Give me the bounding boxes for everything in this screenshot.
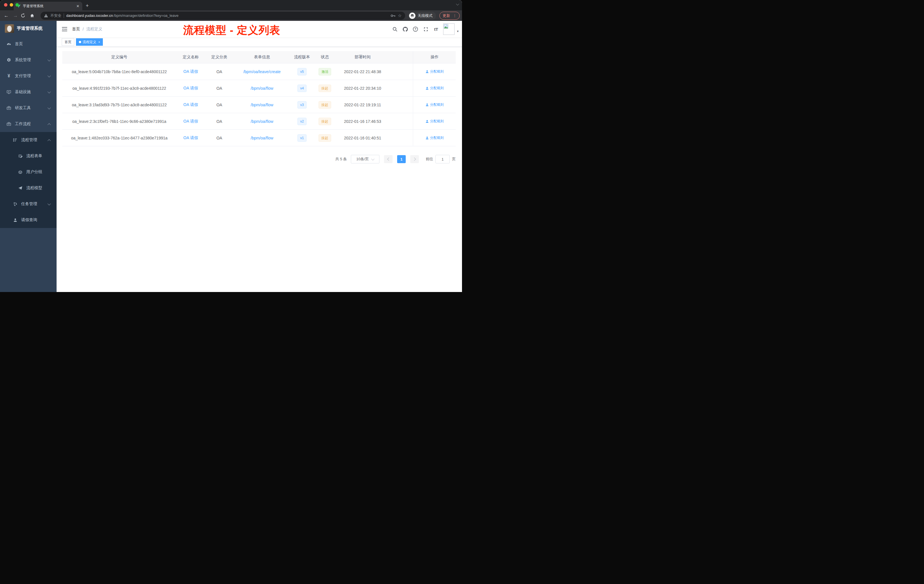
definition-name-link[interactable]: OA 请假: [183, 102, 198, 107]
window-controls[interactable]: [4, 3, 19, 7]
yen-icon: ¥: [6, 73, 12, 79]
chevron-down-icon: [48, 58, 51, 61]
chevron-up-icon: [48, 123, 51, 126]
sidebar-item-system[interactable]: 系统管理: [0, 52, 56, 68]
tab-search-chevron-icon[interactable]: [456, 2, 459, 5]
chevron-down-icon: [48, 74, 51, 77]
search-icon[interactable]: [392, 26, 398, 32]
minimize-window-button[interactable]: [10, 3, 13, 7]
definition-category: OA: [205, 119, 233, 124]
assign-rule-button[interactable]: 分配规则: [426, 135, 444, 140]
avatar-broken-image[interactable]: [443, 23, 455, 35]
prev-page-button[interactable]: [384, 155, 393, 163]
definition-name-link[interactable]: OA 请假: [183, 69, 198, 74]
sidebar-item-payment[interactable]: ¥ 支付管理: [0, 68, 56, 84]
chrome-update-menu[interactable]: 更新 ⋮: [439, 12, 460, 20]
assign-rule-button[interactable]: 分配规则: [426, 119, 444, 124]
sidebar-item-task-mgmt[interactable]: 任务管理: [0, 196, 56, 212]
sidebar-item-user-group[interactable]: 用户分组: [0, 164, 56, 180]
app-root: 芋道管理系统 首页 系统管理 ¥ 支付管理: [0, 21, 462, 292]
table-row: oa_leave:2:3c1f0ef1-76b1-11ec-9c66-a2380…: [62, 113, 456, 130]
definition-name-link[interactable]: OA 请假: [183, 119, 198, 124]
sidebar-item-process-mgmt[interactable]: 流程管理: [0, 132, 56, 148]
definition-table: 定义编号 定义名称 定义分类 表单信息 流程版本 状态 部署时间 操作 oa_l…: [62, 51, 456, 146]
status-badge: 挂起: [318, 101, 331, 109]
tab-close-icon[interactable]: ✕: [76, 4, 79, 8]
version-badge: v2: [297, 118, 307, 125]
next-page-button[interactable]: [410, 155, 419, 163]
breadcrumb-separator: /: [82, 27, 84, 31]
kebab-menu-icon[interactable]: ⋮: [453, 13, 457, 18]
version-badge: v1: [297, 134, 307, 142]
assign-rule-button[interactable]: 分配规则: [426, 69, 444, 74]
definition-id: oa_leave:4:991f2193-7b7f-11ec-a3c8-acde4…: [62, 86, 176, 91]
sidebar-item-home[interactable]: 首页: [0, 36, 56, 52]
deploy-time: 2022-01-16 01:40:51: [336, 136, 389, 140]
sidebar-item-leave-query[interactable]: 请假查询: [0, 212, 56, 228]
table-row: oa_leave:3:1fad3d93-7b75-11ec-a3c8-acde4…: [62, 97, 456, 113]
form-link[interactable]: /bpm/oa/flow: [251, 102, 273, 107]
breadcrumb-current: 流程定义: [86, 26, 102, 32]
close-window-button[interactable]: [4, 3, 7, 7]
assign-rule-button[interactable]: 分配规则: [426, 86, 444, 91]
paper-plane-icon: [18, 186, 23, 190]
page-size-select[interactable]: 10条/页: [351, 155, 380, 163]
sidebar-item-process-model[interactable]: 流程模型: [0, 180, 56, 196]
forward-button[interactable]: →: [12, 13, 20, 18]
sidebar-item-devtools[interactable]: 研发工具: [0, 100, 56, 116]
tag-process-definition[interactable]: 流程定义 ×: [76, 38, 103, 46]
help-question-icon[interactable]: ?: [412, 26, 419, 32]
definition-id: oa_leave:2:3c1f0ef1-76b1-11ec-9c66-a2380…: [62, 119, 176, 124]
table-row: oa_leave:1:482ec033-762a-11ec-8477-a2380…: [62, 130, 456, 146]
password-key-icon[interactable]: [391, 14, 396, 17]
logo-title: 芋道管理系统: [17, 26, 43, 31]
user-icon: [426, 120, 429, 123]
form-link[interactable]: /bpm/oa/flow: [251, 119, 273, 124]
tag-home[interactable]: 首页: [62, 38, 74, 46]
zoom-window-button[interactable]: [15, 3, 19, 7]
form-link[interactable]: /bpm/oa/leave/create: [243, 69, 281, 74]
definition-name-link[interactable]: OA 请假: [183, 135, 198, 140]
back-button[interactable]: ←: [2, 13, 10, 18]
list-tree-icon: [13, 138, 18, 142]
browser-tab[interactable]: 芋道管理系统 ✕: [14, 2, 82, 10]
sidebar-item-workflow[interactable]: 工作流程: [0, 116, 56, 132]
fullscreen-icon[interactable]: [422, 26, 429, 32]
avatar-caret-icon[interactable]: ▾: [457, 30, 459, 33]
sidebar-fold-icon[interactable]: [62, 26, 68, 32]
bookmark-star-icon[interactable]: ☆: [398, 13, 402, 18]
browser-tab-strip: 芋道管理系统 ✕ +: [0, 0, 462, 10]
close-tag-icon[interactable]: ×: [98, 40, 100, 44]
user-icon: [426, 70, 429, 73]
definition-category: OA: [205, 86, 233, 91]
chevron-down-icon: [48, 202, 51, 205]
form-edit-icon: [18, 154, 23, 158]
assign-rule-button[interactable]: 分配规则: [426, 102, 444, 107]
font-size-icon[interactable]: tT: [433, 26, 439, 32]
navbar-actions: ? tT ▾: [392, 21, 459, 38]
main-area: 首页 / 流程定义 流程模型 - 定义列表 ?: [56, 21, 462, 292]
sidebar-item-process-form[interactable]: 流程表单: [0, 148, 56, 164]
breadcrumb-home[interactable]: 首页: [72, 26, 80, 32]
address-bar[interactable]: 不安全 dashboard.yudao.iocoder.cn/bpm/manag…: [41, 12, 405, 20]
definition-name-link[interactable]: OA 请假: [183, 86, 198, 90]
sidebar-menu: 首页 系统管理 ¥ 支付管理 基础设施: [0, 36, 56, 292]
update-label[interactable]: 更新: [442, 13, 450, 18]
goto-page-input[interactable]: [436, 155, 450, 163]
deploy-time: 2022-01-22 19:19:11: [336, 102, 389, 107]
app-navbar: 首页 / 流程定义 流程模型 - 定义列表 ?: [56, 21, 462, 38]
security-warning-icon[interactable]: [44, 14, 48, 17]
user-icon: [13, 218, 18, 222]
sidebar-item-infra[interactable]: 基础设施: [0, 84, 56, 100]
gear-icon: [6, 58, 12, 62]
github-icon[interactable]: [402, 26, 408, 32]
definition-id: oa_leave:5:004b710b-7b8a-11ec-8ef0-acde4…: [62, 69, 176, 74]
new-tab-button[interactable]: +: [86, 3, 89, 9]
security-label[interactable]: 不安全: [50, 13, 61, 18]
form-link[interactable]: /bpm/oa/flow: [251, 86, 273, 91]
home-button[interactable]: [30, 13, 38, 18]
sidebar-logo[interactable]: 芋道管理系统: [0, 21, 56, 36]
current-page-button[interactable]: 1: [397, 155, 406, 163]
form-link[interactable]: /bpm/oa/flow: [251, 136, 273, 140]
reload-button[interactable]: [21, 13, 28, 18]
